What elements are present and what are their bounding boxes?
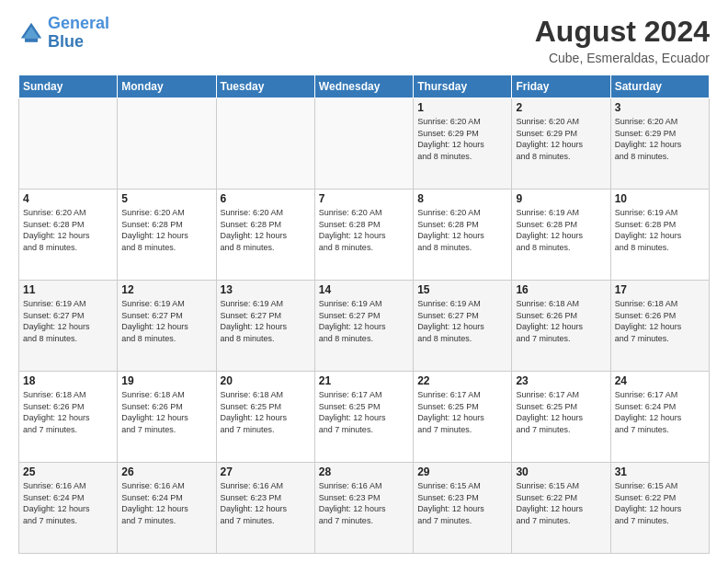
day-number: 4 xyxy=(23,192,113,205)
day-number: 25 xyxy=(23,465,113,478)
calendar-week-2: 4Sunrise: 6:20 AM Sunset: 6:28 PM Daylig… xyxy=(19,190,710,281)
calendar-cell: 8Sunrise: 6:20 AM Sunset: 6:28 PM Daylig… xyxy=(414,190,512,281)
day-info: Sunrise: 6:15 AM Sunset: 6:22 PM Dayligh… xyxy=(615,480,705,526)
calendar-cell: 16Sunrise: 6:18 AM Sunset: 6:26 PM Dayli… xyxy=(512,281,610,372)
calendar-cell: 17Sunrise: 6:18 AM Sunset: 6:26 PM Dayli… xyxy=(610,281,709,372)
day-info: Sunrise: 6:19 AM Sunset: 6:27 PM Dayligh… xyxy=(23,298,113,344)
day-number: 1 xyxy=(417,101,507,114)
day-info: Sunrise: 6:19 AM Sunset: 6:27 PM Dayligh… xyxy=(417,298,507,344)
day-info: Sunrise: 6:20 AM Sunset: 6:28 PM Dayligh… xyxy=(319,207,409,253)
day-number: 23 xyxy=(516,374,606,387)
calendar-cell: 5Sunrise: 6:20 AM Sunset: 6:28 PM Daylig… xyxy=(118,190,216,281)
logo: General Blue xyxy=(18,15,109,52)
logo-icon xyxy=(18,20,44,46)
day-info: Sunrise: 6:17 AM Sunset: 6:25 PM Dayligh… xyxy=(516,389,606,435)
month-year: August 2024 xyxy=(535,15,710,49)
day-info: Sunrise: 6:15 AM Sunset: 6:22 PM Dayligh… xyxy=(516,480,606,526)
day-number: 7 xyxy=(319,192,409,205)
day-number: 17 xyxy=(615,283,705,296)
day-number: 27 xyxy=(221,465,311,478)
day-info: Sunrise: 6:17 AM Sunset: 6:24 PM Dayligh… xyxy=(615,389,705,435)
logo-line1: General xyxy=(48,14,109,32)
day-number: 18 xyxy=(23,374,113,387)
calendar-cell: 20Sunrise: 6:18 AM Sunset: 6:25 PM Dayli… xyxy=(216,372,314,463)
day-number: 30 xyxy=(516,465,606,478)
col-wednesday: Wednesday xyxy=(314,75,413,98)
calendar-cell: 4Sunrise: 6:20 AM Sunset: 6:28 PM Daylig… xyxy=(19,190,118,281)
calendar-cell: 29Sunrise: 6:15 AM Sunset: 6:23 PM Dayli… xyxy=(414,463,512,554)
day-info: Sunrise: 6:20 AM Sunset: 6:28 PM Dayligh… xyxy=(417,207,507,253)
calendar-cell: 27Sunrise: 6:16 AM Sunset: 6:23 PM Dayli… xyxy=(216,463,314,554)
calendar-cell xyxy=(216,98,314,190)
day-info: Sunrise: 6:20 AM Sunset: 6:28 PM Dayligh… xyxy=(221,207,311,253)
day-number: 12 xyxy=(121,283,211,296)
calendar-cell: 21Sunrise: 6:17 AM Sunset: 6:25 PM Dayli… xyxy=(314,372,413,463)
col-sunday: Sunday xyxy=(19,75,118,98)
day-number: 28 xyxy=(319,465,409,478)
day-number: 29 xyxy=(417,465,507,478)
day-number: 9 xyxy=(516,192,606,205)
calendar-cell: 2Sunrise: 6:20 AM Sunset: 6:29 PM Daylig… xyxy=(512,98,610,190)
day-number: 21 xyxy=(319,374,409,387)
day-info: Sunrise: 6:16 AM Sunset: 6:23 PM Dayligh… xyxy=(319,480,409,526)
day-info: Sunrise: 6:19 AM Sunset: 6:28 PM Dayligh… xyxy=(615,207,705,253)
day-info: Sunrise: 6:19 AM Sunset: 6:27 PM Dayligh… xyxy=(121,298,211,344)
calendar-cell: 7Sunrise: 6:20 AM Sunset: 6:28 PM Daylig… xyxy=(314,190,413,281)
day-number: 19 xyxy=(121,374,211,387)
day-number: 26 xyxy=(121,465,211,478)
day-number: 16 xyxy=(516,283,606,296)
calendar-cell: 11Sunrise: 6:19 AM Sunset: 6:27 PM Dayli… xyxy=(19,281,118,372)
day-number: 13 xyxy=(221,283,311,296)
day-info: Sunrise: 6:15 AM Sunset: 6:23 PM Dayligh… xyxy=(417,480,507,526)
calendar-cell: 23Sunrise: 6:17 AM Sunset: 6:25 PM Dayli… xyxy=(512,372,610,463)
calendar-cell: 6Sunrise: 6:20 AM Sunset: 6:28 PM Daylig… xyxy=(216,190,314,281)
page: General Blue August 2024 Cube, Esmeralda… xyxy=(0,0,728,563)
day-info: Sunrise: 6:20 AM Sunset: 6:29 PM Dayligh… xyxy=(516,116,606,162)
day-info: Sunrise: 6:18 AM Sunset: 6:26 PM Dayligh… xyxy=(23,389,113,435)
calendar-cell: 18Sunrise: 6:18 AM Sunset: 6:26 PM Dayli… xyxy=(19,372,118,463)
day-number: 14 xyxy=(319,283,409,296)
day-info: Sunrise: 6:20 AM Sunset: 6:29 PM Dayligh… xyxy=(615,116,705,162)
col-thursday: Thursday xyxy=(414,75,512,98)
calendar-cell: 9Sunrise: 6:19 AM Sunset: 6:28 PM Daylig… xyxy=(512,190,610,281)
col-monday: Monday xyxy=(118,75,216,98)
day-info: Sunrise: 6:19 AM Sunset: 6:28 PM Dayligh… xyxy=(516,207,606,253)
calendar-cell: 31Sunrise: 6:15 AM Sunset: 6:22 PM Dayli… xyxy=(610,463,709,554)
day-number: 22 xyxy=(417,374,507,387)
calendar-week-3: 11Sunrise: 6:19 AM Sunset: 6:27 PM Dayli… xyxy=(19,281,710,372)
day-number: 15 xyxy=(417,283,507,296)
calendar-cell: 25Sunrise: 6:16 AM Sunset: 6:24 PM Dayli… xyxy=(19,463,118,554)
col-saturday: Saturday xyxy=(610,75,709,98)
day-number: 8 xyxy=(417,192,507,205)
day-number: 5 xyxy=(121,192,211,205)
calendar-cell: 30Sunrise: 6:15 AM Sunset: 6:22 PM Dayli… xyxy=(512,463,610,554)
calendar-cell: 14Sunrise: 6:19 AM Sunset: 6:27 PM Dayli… xyxy=(314,281,413,372)
day-number: 3 xyxy=(615,101,705,114)
calendar-cell xyxy=(314,98,413,190)
day-info: Sunrise: 6:17 AM Sunset: 6:25 PM Dayligh… xyxy=(417,389,507,435)
location: Cube, Esmeraldas, Ecuador xyxy=(535,51,710,65)
col-tuesday: Tuesday xyxy=(216,75,314,98)
calendar-cell xyxy=(118,98,216,190)
day-info: Sunrise: 6:16 AM Sunset: 6:24 PM Dayligh… xyxy=(23,480,113,526)
day-info: Sunrise: 6:16 AM Sunset: 6:24 PM Dayligh… xyxy=(121,480,211,526)
day-info: Sunrise: 6:19 AM Sunset: 6:27 PM Dayligh… xyxy=(221,298,311,344)
calendar-cell: 24Sunrise: 6:17 AM Sunset: 6:24 PM Dayli… xyxy=(610,372,709,463)
logo-text: General Blue xyxy=(48,15,109,52)
calendar-cell: 1Sunrise: 6:20 AM Sunset: 6:29 PM Daylig… xyxy=(414,98,512,190)
day-number: 11 xyxy=(23,283,113,296)
calendar-cell: 3Sunrise: 6:20 AM Sunset: 6:29 PM Daylig… xyxy=(610,98,709,190)
calendar-cell: 26Sunrise: 6:16 AM Sunset: 6:24 PM Dayli… xyxy=(118,463,216,554)
day-info: Sunrise: 6:18 AM Sunset: 6:26 PM Dayligh… xyxy=(516,298,606,344)
day-number: 24 xyxy=(615,374,705,387)
day-info: Sunrise: 6:17 AM Sunset: 6:25 PM Dayligh… xyxy=(319,389,409,435)
header: General Blue August 2024 Cube, Esmeralda… xyxy=(18,15,710,65)
day-info: Sunrise: 6:20 AM Sunset: 6:28 PM Dayligh… xyxy=(23,207,113,253)
calendar-week-4: 18Sunrise: 6:18 AM Sunset: 6:26 PM Dayli… xyxy=(19,372,710,463)
calendar-week-1: 1Sunrise: 6:20 AM Sunset: 6:29 PM Daylig… xyxy=(19,98,710,190)
calendar-cell: 10Sunrise: 6:19 AM Sunset: 6:28 PM Dayli… xyxy=(610,190,709,281)
day-number: 20 xyxy=(221,374,311,387)
calendar-cell: 13Sunrise: 6:19 AM Sunset: 6:27 PM Dayli… xyxy=(216,281,314,372)
calendar-cell: 28Sunrise: 6:16 AM Sunset: 6:23 PM Dayli… xyxy=(314,463,413,554)
day-info: Sunrise: 6:18 AM Sunset: 6:26 PM Dayligh… xyxy=(121,389,211,435)
